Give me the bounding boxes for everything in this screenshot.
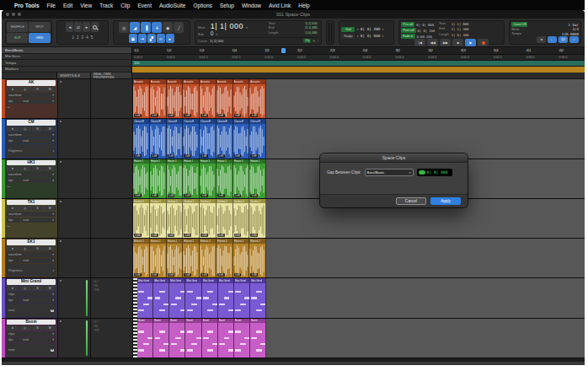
track-name[interactable]: CM [7,120,56,126]
empty-timeline-area[interactable] [266,319,585,358]
dyn-button[interactable]: dyn [7,99,20,104]
length-value[interactable]: 1| 0| 480 [305,31,318,35]
inserts-cell[interactable] [57,199,91,238]
clip[interactable]: Acoustic0 dB [233,79,250,118]
mute-button[interactable]: M [44,87,56,92]
clip[interactable]: Techno 10 dB [150,199,167,238]
record-enable-button[interactable]: ● [7,87,19,92]
range-value-1[interactable]: 2| 1| 480 [452,27,469,31]
trim-tool-icon[interactable]: ◢ [130,22,140,33]
automation-mode-selector[interactable]: read▾ [21,99,56,104]
range-value-2[interactable]: 1| 0| 480 [452,33,469,37]
inserts-cell[interactable] [57,119,91,158]
cancel-button[interactable]: Cancel [396,197,426,205]
gap-value-field[interactable]: 0| 0| 000 [417,169,452,176]
clip-gain-badge[interactable]: 0 dB [250,154,258,158]
dyn-button[interactable]: dyn [7,138,20,143]
track-name[interactable]: EK1 [7,239,56,245]
input-monitor-button[interactable]: ◎ [19,286,31,291]
solo-button[interactable]: S [32,126,44,132]
mute-button[interactable]: M [44,206,56,211]
clip[interactable]: Techno 10 dB [249,199,266,238]
countoff-value[interactable]: 1 bar [568,23,579,27]
dyn-button[interactable]: dyn [7,218,20,223]
clip[interactable]: ClassicR0 dB [183,119,200,158]
roll-value-2[interactable]: 0:00.250 [417,35,432,39]
track-lane[interactable]: Electro 10 dBElectro 10 dBElectro 10 dBE… [133,239,585,277]
zoom-preset-1[interactable]: 1 [72,32,75,43]
track-view-selector[interactable]: waveform▾ [7,172,56,177]
realtime-properties-cell[interactable]: DLYVELTRN [91,278,133,317]
track-header[interactable]: CM●◎SMwaveform▾dynread▾Polyphonic▾ [5,119,57,158]
clip[interactable]: Acoustic0 dB [200,79,216,118]
clip-gain-badge[interactable]: 0 dB [168,194,175,197]
clip[interactable]: Electro 10 dB [216,239,233,277]
magnifier-icon[interactable] [91,22,99,32]
clip[interactable]: Boom [218,319,234,358]
tempo-ruler[interactable]: 120 [132,61,585,67]
zoom-in-horizontal-icon[interactable]: ► [83,22,90,32]
menu-item-avid-link[interactable]: Avid Link [269,3,291,8]
fast-forward-button[interactable]: ▶▶ [440,39,451,46]
nudge-dropdown-icon[interactable]: ▾ [382,35,384,38]
clip-gain-badge[interactable]: 0 dB [200,234,208,237]
empty-timeline-area[interactable] [266,119,585,158]
clip-gain-badge[interactable]: 0 dB [250,234,258,237]
solo-button[interactable]: S [32,246,44,251]
delay-compensation-chip[interactable]: Dly [303,39,311,43]
countoff-button[interactable]: 1|2 [559,36,568,43]
input-monitor-button[interactable]: ◎ [19,206,31,211]
menu-item-window[interactable]: Window [242,3,261,8]
track-name[interactable]: HK1 [7,160,56,166]
solo-button[interactable]: S [32,87,44,92]
insert-slot-icon[interactable] [60,161,61,163]
zoom-toggle-button[interactable]: ▣ [129,34,137,43]
clip[interactable]: Acoustic0 dB [183,79,200,118]
track-name[interactable]: Boom [7,320,56,325]
gap-units-dropdown[interactable]: Bars/Beats ▾ [365,169,414,176]
clip-gain-badge[interactable]: 0 dB [217,194,225,197]
automation-mode-selector[interactable]: read▾ [21,218,56,223]
clip[interactable]: Boom [234,319,250,358]
timeline-insertion-marker[interactable] [281,48,286,53]
clip[interactable]: ClassicR0 dB [200,119,216,158]
empty-timeline-area[interactable] [266,278,585,317]
input-monitor-button[interactable]: ◎ [19,166,31,171]
menu-item-help[interactable]: Help [298,3,309,8]
elastic-audio-indicator[interactable]: ▪ ▴ [7,105,56,110]
dialog-title[interactable]: Space Clips [320,153,468,163]
elastic-audio-indicator[interactable]: ▪ ▴ [7,223,56,229]
horizontal-scrollbar[interactable] [2,358,585,362]
clip[interactable]: Boom [137,319,153,358]
zoom-out-horizontal-icon[interactable]: ◄ [66,22,73,32]
clip-gain-badge[interactable]: 0 dB [151,114,158,117]
automation-mode-selector[interactable]: read▾ [21,138,56,143]
clip[interactable]: Boom [202,319,218,358]
ruler-name-min-secs[interactable]: Min:Secs [2,54,131,61]
clip[interactable]: Acoustic0 dB [133,79,150,118]
insert-slot-icon[interactable] [60,121,61,122]
window-titlebar[interactable]: 001 Space Clips [2,10,585,19]
metronome-button[interactable]: ♩ [548,36,557,43]
track-header[interactable]: EK1●◎SMwaveform▾dynread▾Polyphonic▾ [5,239,57,277]
track-name[interactable]: TK1 [7,200,56,206]
clip-gain-badge[interactable]: 0 dB [234,154,242,158]
range-value-0[interactable]: 1| 1| 000 [452,22,469,26]
clip-gain-badge[interactable]: 0 dB [217,114,225,117]
track-header[interactable]: TK1●◎SMwaveform▾dynread▾▪ ▴ [5,199,57,238]
track-lane[interactable]: Acoustic0 dBAcoustic0 dBAcoustic0 dBAcou… [133,79,585,118]
zoom-preset-2[interactable]: 2 [77,32,79,43]
clip[interactable]: Electro 10 dB [200,239,216,277]
clip[interactable]: ClassicR0 dB [167,119,184,158]
clip[interactable]: Techno 10 dB [216,199,233,238]
zoom-preset-5[interactable]: 5 [91,32,94,43]
clip-gain-badge[interactable]: 0 dB [134,154,142,158]
clip[interactable]: Electro 10 dB [183,239,200,277]
solo-button[interactable]: S [32,206,44,211]
link-selection-button[interactable]: ∞ [157,34,165,43]
clip[interactable]: Electro 10 dB [167,239,184,277]
clip[interactable]: Electro 10 dB [249,239,266,277]
clip-gain-badge[interactable]: 0 dB [134,114,142,117]
clip-gain-badge[interactable]: 0 dB [217,154,225,158]
nudge-value[interactable]: 0| 0| 060 [361,34,381,38]
